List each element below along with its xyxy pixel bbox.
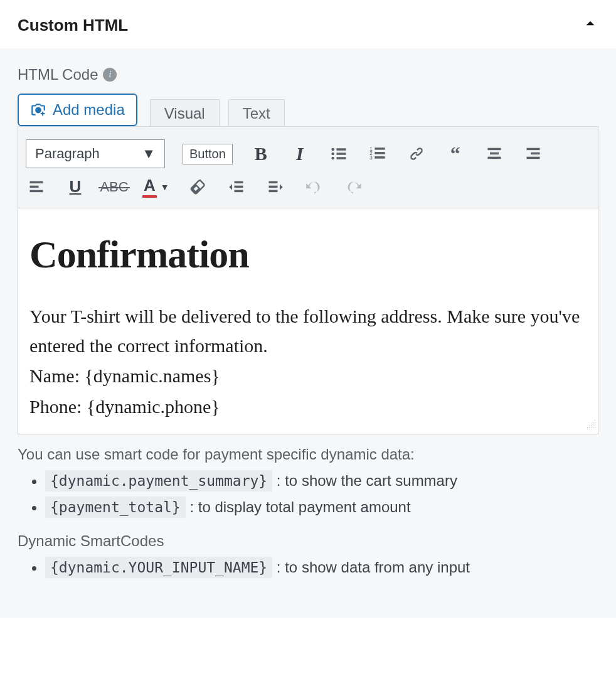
svg-rect-14 — [487, 157, 501, 159]
content-line: Your T-shirt will be delivered to the fo… — [29, 302, 587, 360]
link-button[interactable] — [406, 144, 427, 163]
strikethrough-icon: ABC — [100, 179, 128, 195]
align-left-icon — [28, 178, 45, 196]
field-label-row: HTML Code i — [18, 66, 598, 83]
info-icon[interactable]: i — [103, 68, 117, 82]
align-right-icon — [524, 145, 542, 163]
caret-down-icon: ▼ — [142, 146, 156, 162]
panel-body: HTML Code i Add media Visual Text Paragr… — [0, 48, 616, 618]
underline-icon: U — [70, 177, 82, 196]
add-media-label: Add media — [53, 101, 125, 119]
hint-intro: You can use smart code for payment speci… — [18, 446, 598, 463]
svg-rect-22 — [234, 185, 243, 188]
redo-button[interactable] — [343, 178, 364, 196]
svg-rect-9 — [374, 152, 385, 154]
insert-button-button[interactable]: Button — [183, 144, 233, 164]
svg-rect-17 — [526, 157, 539, 159]
paragraph-select-label: Paragraph — [35, 146, 100, 162]
svg-rect-16 — [531, 153, 539, 155]
list-item: {dynamic.payment_summary} : to show the … — [45, 472, 598, 490]
numbered-list-icon: 123 — [369, 145, 386, 163]
svg-rect-24 — [268, 181, 277, 183]
dynamic-smartcode-list: {dynamic.YOUR_INPUT_NAME} : to show data… — [18, 559, 598, 576]
list-item: {dynamic.YOUR_INPUT_NAME} : to show data… — [45, 559, 598, 576]
underline-button[interactable]: U — [65, 178, 86, 196]
link-icon — [408, 145, 425, 163]
editor-content[interactable]: Confirmation Your T-shirt will be delive… — [18, 208, 598, 434]
svg-rect-3 — [336, 153, 346, 155]
svg-rect-11 — [374, 156, 385, 159]
undo-icon — [305, 178, 323, 196]
redo-icon — [344, 178, 362, 196]
svg-rect-25 — [268, 185, 277, 188]
tab-visual[interactable]: Visual — [150, 99, 220, 126]
list-item: {payment_total} : to display total payme… — [45, 498, 598, 516]
content-heading: Confirmation — [29, 232, 587, 277]
italic-icon: I — [296, 143, 304, 164]
dynamic-heading: Dynamic SmartCodes — [18, 532, 598, 550]
clear-formatting-button[interactable] — [187, 178, 208, 196]
svg-rect-15 — [526, 148, 539, 151]
toolbar: Paragraph ▼ Button B I 123 “ — [18, 127, 598, 208]
smartcode-desc: : to show data from any input — [277, 559, 470, 576]
align-center-button[interactable] — [484, 144, 505, 163]
caret-down-icon: ▼ — [161, 182, 169, 192]
smartcode-desc: : to display total payment amount — [189, 498, 410, 515]
align-left-button[interactable] — [26, 178, 47, 196]
outdent-button[interactable] — [226, 178, 247, 196]
bold-icon: B — [255, 143, 267, 164]
outdent-icon — [228, 178, 245, 196]
add-media-button[interactable]: Add media — [18, 94, 137, 126]
svg-rect-21 — [234, 181, 243, 183]
content-line: Name: {dynamic.names} — [29, 362, 587, 391]
smartcode: {dynamic.payment_summary} — [45, 470, 272, 492]
strikethrough-button[interactable]: ABC — [104, 178, 125, 196]
resize-handle-icon[interactable] — [587, 420, 595, 431]
chevron-up-icon[interactable] — [582, 15, 598, 36]
paragraph-select[interactable]: Paragraph ▼ — [26, 139, 165, 168]
svg-rect-12 — [487, 148, 501, 151]
panel-title: Custom HTML — [18, 16, 128, 35]
svg-text:3: 3 — [369, 155, 373, 161]
bullet-list-icon — [330, 145, 348, 163]
camera-icon — [30, 102, 46, 118]
media-tab-row: Add media Visual Text — [18, 94, 598, 126]
eraser-icon — [189, 178, 206, 196]
indent-icon — [267, 178, 284, 196]
svg-rect-7 — [374, 148, 385, 150]
align-center-icon — [486, 145, 503, 163]
blockquote-button[interactable]: “ — [445, 144, 466, 163]
field-label: HTML Code — [18, 66, 98, 83]
quote-icon: “ — [450, 142, 460, 166]
svg-rect-5 — [336, 157, 346, 159]
svg-rect-19 — [30, 185, 39, 188]
bold-button[interactable]: B — [250, 144, 272, 163]
toolbar-row-1: Paragraph ▼ Button B I 123 “ — [26, 136, 590, 172]
toolbar-row-2: U ABC A ▼ — [26, 172, 590, 201]
undo-button[interactable] — [304, 178, 325, 196]
svg-rect-20 — [30, 190, 43, 192]
svg-rect-18 — [30, 181, 43, 183]
text-color-icon: A — [142, 176, 157, 198]
svg-rect-23 — [234, 190, 243, 192]
smartcode-list: {dynamic.payment_summary} : to show the … — [18, 472, 598, 516]
panel-header[interactable]: Custom HTML — [0, 0, 616, 48]
bullet-list-button[interactable] — [328, 144, 349, 163]
align-right-button[interactable] — [523, 144, 544, 163]
italic-button[interactable]: I — [289, 144, 311, 163]
numbered-list-button[interactable]: 123 — [367, 144, 388, 163]
text-color-button[interactable]: A ▼ — [142, 176, 169, 198]
smartcode: {payment_total} — [45, 497, 186, 518]
smartcode-desc: : to show the cart summary — [277, 472, 457, 489]
svg-rect-1 — [336, 148, 346, 151]
svg-point-0 — [331, 148, 334, 151]
svg-rect-13 — [490, 153, 499, 155]
svg-point-2 — [331, 153, 334, 156]
editor: Paragraph ▼ Button B I 123 “ — [18, 126, 598, 434]
svg-point-4 — [331, 157, 334, 160]
indent-button[interactable] — [265, 178, 286, 196]
content-line: Phone: {dynamic.phone} — [29, 392, 587, 422]
smartcode: {dynamic.YOUR_INPUT_NAME} — [45, 557, 272, 578]
svg-rect-26 — [268, 190, 277, 192]
tab-text[interactable]: Text — [228, 99, 285, 126]
